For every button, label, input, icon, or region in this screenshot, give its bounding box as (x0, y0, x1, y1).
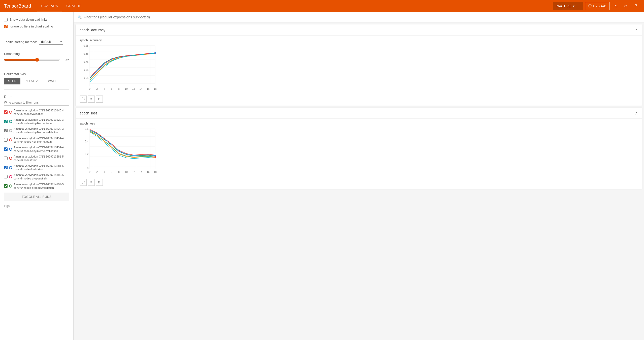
axis-relative-button[interactable]: RELATIVE (20, 78, 44, 84)
data-button-accuracy[interactable]: ≡ (88, 96, 95, 103)
smoothing-slider[interactable] (4, 58, 60, 62)
fullscreen-button-loss[interactable]: ⛶ (80, 179, 87, 186)
run-checkbox-6[interactable] (4, 166, 8, 169)
run-circle-5 (9, 157, 12, 160)
svg-text:14: 14 (139, 171, 142, 173)
run-name-7: Amanita-vs-xylodon-CNN-1609714199-5conv-… (14, 173, 64, 180)
epoch-accuracy-svg: 0.95 0.85 0.75 0.65 0.55 0 2 4 6 8 10 12… (80, 43, 160, 94)
svg-text:0.75: 0.75 (84, 60, 89, 63)
svg-text:0: 0 (89, 171, 90, 173)
svg-text:14: 14 (139, 87, 142, 90)
filter-input[interactable] (84, 15, 640, 19)
svg-text:6: 6 (111, 87, 112, 90)
app-logo: TensorBoard (4, 4, 31, 9)
epoch-accuracy-collapse-button[interactable]: ∧ (635, 27, 638, 32)
axis-wall-button[interactable]: WALL (44, 78, 60, 84)
run-checkbox-3[interactable] (4, 138, 8, 142)
svg-text:0: 0 (87, 167, 88, 170)
svg-text:12: 12 (132, 171, 135, 173)
ignore-outliers-checkbox[interactable] (4, 25, 8, 28)
run-circle-0 (9, 111, 12, 114)
svg-text:8: 8 (118, 171, 120, 173)
svg-point-17 (154, 52, 156, 54)
svg-text:10: 10 (125, 87, 128, 90)
inactive-dropdown[interactable]: INACTIVE ▾ (553, 2, 583, 10)
epoch-accuracy-controls: ⛶ ≡ ⊡ (80, 96, 638, 103)
epoch-loss-controls: ⛶ ≡ ⊡ (80, 179, 638, 186)
run-circle-4 (9, 148, 12, 151)
epoch-loss-chart-area: epoch_loss 0.6 0.4 0.2 (76, 119, 642, 189)
svg-text:0.2: 0.2 (85, 153, 88, 156)
run-checkbox-5[interactable] (4, 157, 8, 160)
help-button[interactable]: ? (632, 2, 640, 10)
epoch-loss-chart-title: epoch_loss (80, 122, 638, 125)
data-button-loss[interactable]: ≡ (88, 179, 95, 186)
refresh-button[interactable]: ↻ (612, 2, 620, 10)
svg-text:0.6: 0.6 (85, 128, 88, 130)
run-circle-3 (9, 138, 12, 141)
runs-filter-input[interactable] (4, 100, 69, 106)
epoch-accuracy-chart: 0.95 0.85 0.75 0.65 0.55 0 2 4 6 8 10 12… (80, 43, 638, 94)
show-download-links-row[interactable]: Show data download links (4, 16, 69, 23)
list-item: Amanita-vs-xylodon-CNN-1609713140-4conv-… (4, 108, 69, 117)
svg-text:12: 12 (132, 87, 135, 90)
epoch-loss-section: epoch_loss ∧ epoch_loss 0.6 (76, 108, 642, 189)
svg-point-34 (154, 156, 156, 158)
epoch-accuracy-chart-title: epoch_accuracy (80, 39, 638, 42)
ignore-outliers-label: Ignore outliers in chart scaling (10, 24, 53, 28)
nav-scalars[interactable]: SCALARS (37, 0, 62, 12)
list-item: Amanita-vs-xylodon-CNN-1609713454-4conv-… (4, 144, 69, 154)
fullscreen-button-accuracy[interactable]: ⛶ (80, 96, 87, 103)
epoch-loss-collapse-button[interactable]: ∧ (635, 111, 638, 115)
run-checkbox-7[interactable] (4, 175, 8, 178)
svg-text:0.4: 0.4 (85, 140, 88, 143)
sidebar-options: Show data download links Ignore outliers… (4, 16, 69, 30)
svg-text:18: 18 (154, 171, 157, 173)
list-item: Amanita-vs-xylodon-CNN-1609713681-5conv-… (4, 154, 69, 163)
epoch-loss-chart: 0.6 0.4 0.2 0 0 2 4 6 8 10 12 14 16 (80, 126, 638, 177)
run-name-4: Amanita-vs-xylodon-CNN-1609713454-4conv-… (14, 145, 64, 153)
fit-button-accuracy[interactable]: ⊡ (96, 96, 103, 103)
run-circle-7 (9, 175, 12, 178)
svg-text:8: 8 (118, 87, 120, 90)
divider-3 (4, 69, 69, 69)
list-item: Amanita-vs-xylodon-CNN-1609713220-3conv-… (4, 126, 69, 135)
nav-graphs[interactable]: GRAPHS (62, 0, 86, 12)
list-item: Amanita-vs-xylodon-CNN-1609714199-5conv-… (4, 181, 69, 191)
axis-buttons: STEP RELATIVE WALL (4, 78, 69, 84)
run-name-5: Amanita-vs-xylodon-CNN-1609713681-5conv-… (14, 155, 64, 162)
svg-text:0: 0 (89, 87, 90, 90)
divider-1 (4, 35, 69, 35)
smoothing-section: Smoothing 0.6 (4, 52, 69, 64)
svg-text:4: 4 (104, 87, 105, 90)
run-checkbox-1[interactable] (4, 120, 8, 123)
horizontal-axis-label: Horizontal Axis (4, 72, 69, 76)
fit-button-loss[interactable]: ⊡ (96, 179, 103, 186)
run-checkbox-8[interactable] (4, 184, 8, 188)
epoch-accuracy-header: epoch_accuracy ∧ (76, 24, 642, 36)
toggle-all-button[interactable]: TOGGLE ALL RUNS (4, 193, 69, 201)
list-item: Amanita-vs-xylodon-CNN-1609714199-5conv-… (4, 172, 69, 181)
tooltip-sort-row: Tooltip sorting method: default ascendin… (4, 38, 69, 46)
list-item: Amanita-vs-xylodon-CNN-1609713220-3conv-… (4, 117, 69, 126)
svg-text:0.55: 0.55 (84, 77, 89, 79)
run-checkbox-0[interactable] (4, 110, 8, 114)
run-name-3: Amanita-vs-xylodon-CNN-1609713454-4conv-… (14, 136, 64, 144)
axis-step-button[interactable]: STEP (4, 78, 20, 84)
upload-button[interactable]: ⓘ UPLOAD (585, 2, 610, 10)
settings-button[interactable]: ⚙ (622, 2, 630, 10)
epoch-accuracy-section: epoch_accuracy ∧ epoch_accuracy (76, 24, 642, 106)
divider-2 (4, 49, 69, 49)
show-download-links-checkbox[interactable] (4, 18, 8, 21)
search-icon: 🔍 (78, 15, 82, 19)
run-name-2: Amanita-vs-xylodon-CNN-1609713220-3conv-… (14, 127, 64, 134)
epoch-accuracy-title: epoch_accuracy (80, 28, 105, 32)
tooltip-sort-select[interactable]: default ascending descending (39, 39, 63, 45)
main-layout: Show data download links Ignore outliers… (0, 12, 644, 340)
ignore-outliers-row[interactable]: Ignore outliers in chart scaling (4, 23, 69, 30)
run-circle-8 (9, 184, 12, 188)
run-checkbox-4[interactable] (4, 147, 8, 151)
run-checkbox-2[interactable] (4, 129, 8, 132)
runs-header: Runs (4, 95, 69, 99)
run-circle-1 (9, 120, 12, 123)
